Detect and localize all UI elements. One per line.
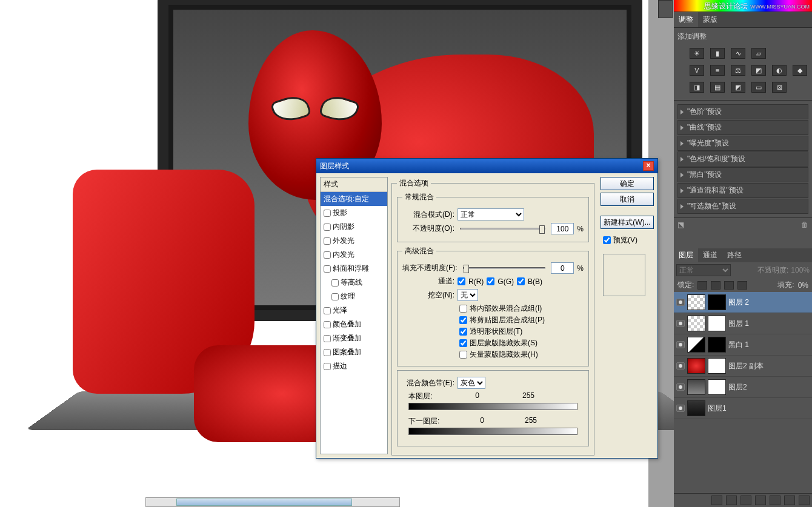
tab-adjustments[interactable]: 调整 [674, 12, 698, 27]
tab-channels[interactable]: 通道 [698, 248, 722, 262]
threshold-icon[interactable]: ◩ [731, 82, 745, 93]
style-item[interactable]: 内阴影 [321, 220, 387, 234]
new-style-button[interactable]: 新建样式(W)... [601, 216, 654, 229]
opacity-input[interactable] [551, 223, 574, 234]
link-icon[interactable] [711, 495, 722, 505]
layer-row[interactable]: 图层 2 [674, 292, 812, 313]
style-item[interactable]: 渐变叠加 [321, 331, 387, 345]
layer-row[interactable]: 图层2 [674, 377, 812, 398]
style-item[interactable]: 内发光 [321, 248, 387, 262]
style-item[interactable]: 颜色叠加 [321, 317, 387, 331]
opacity-slider[interactable] [460, 228, 545, 230]
style-check[interactable] [331, 279, 339, 287]
channel-g-check[interactable] [487, 277, 494, 285]
brightness-icon[interactable]: ☀ [690, 48, 704, 59]
gradient-map-icon[interactable]: ▭ [751, 82, 766, 93]
adv-check[interactable] [459, 328, 467, 336]
style-check[interactable] [324, 265, 331, 273]
exposure-icon[interactable]: ▱ [751, 48, 766, 59]
style-check[interactable] [324, 210, 331, 217]
new-layer-icon[interactable] [784, 495, 795, 505]
adv-check[interactable] [459, 339, 467, 347]
visibility-icon[interactable] [676, 299, 685, 306]
group-icon[interactable] [770, 495, 780, 505]
invert-icon[interactable]: ◨ [690, 82, 704, 93]
preset-row[interactable]: "曝光度"预设 [677, 136, 808, 151]
tab-layers[interactable]: 图层 [674, 248, 698, 262]
tab-paths[interactable]: 路径 [722, 248, 747, 262]
lock-image-icon[interactable] [711, 281, 720, 290]
adv-check[interactable] [459, 316, 467, 324]
style-item[interactable]: 外发光 [321, 234, 387, 248]
bw-icon[interactable]: ◩ [751, 65, 766, 76]
channel-mixer-icon[interactable]: ◆ [793, 65, 807, 76]
channel-r-check[interactable] [458, 277, 465, 285]
visibility-icon[interactable] [676, 405, 685, 412]
huesat-icon[interactable]: ≡ [710, 65, 725, 76]
layer-row[interactable]: 图层2 副本 [674, 356, 812, 377]
balance-icon[interactable]: ⚖ [731, 65, 745, 76]
style-check[interactable] [324, 224, 331, 231]
style-check[interactable] [324, 237, 331, 245]
preview-check[interactable] [603, 236, 611, 244]
blend-mode-select[interactable]: 正常 [676, 264, 731, 276]
visibility-icon[interactable] [676, 341, 685, 348]
fx-icon[interactable] [726, 495, 737, 505]
dock-tab-icon[interactable] [658, 0, 673, 18]
channel-b-check[interactable] [517, 277, 525, 285]
mask-icon[interactable] [740, 495, 751, 505]
adjustment-icon[interactable] [755, 495, 766, 505]
style-check[interactable] [324, 251, 331, 259]
vibrance-icon[interactable]: V [690, 65, 704, 76]
knockout-select[interactable]: 无 [458, 289, 478, 301]
tab-masks[interactable]: 蒙版 [698, 12, 722, 27]
visibility-icon[interactable] [676, 383, 685, 391]
preset-row[interactable]: "可选颜色"预设 [677, 199, 808, 214]
cancel-button[interactable]: 取消 [601, 193, 654, 206]
preset-row[interactable]: "色阶"预设 [677, 104, 808, 119]
under-layer-band[interactable] [408, 428, 577, 435]
preset-row[interactable]: "色相/饱和度"预设 [677, 151, 808, 167]
delete-icon[interactable] [799, 495, 810, 505]
lock-transparent-icon[interactable] [697, 281, 707, 290]
dialog-titlebar[interactable]: 图层样式 × [316, 159, 657, 173]
ok-button[interactable]: 确定 [601, 177, 654, 190]
style-check[interactable] [324, 349, 331, 356]
lock-all-icon[interactable] [737, 281, 747, 290]
adv-check[interactable] [459, 351, 467, 359]
preset-row[interactable]: "黑白"预设 [677, 167, 808, 182]
style-item[interactable]: 描边 [321, 359, 387, 373]
add-adjustment-link[interactable]: 添加调整 [677, 31, 808, 42]
posterize-icon[interactable]: ▤ [710, 82, 725, 93]
visibility-icon[interactable] [676, 320, 685, 327]
style-check[interactable] [331, 293, 339, 300]
lock-position-icon[interactable] [724, 281, 734, 290]
style-item[interactable]: 等高线 [321, 276, 387, 290]
curves-icon[interactable]: ∿ [731, 48, 745, 59]
selective-icon[interactable]: ⊠ [772, 82, 787, 93]
this-layer-band[interactable] [408, 403, 577, 410]
blendif-select[interactable]: 灰色 [458, 377, 485, 389]
levels-icon[interactable]: ▮ [710, 48, 725, 59]
style-item[interactable]: 混合选项:自定 [321, 192, 387, 206]
layer-row[interactable]: 图层1 [674, 398, 812, 419]
visibility-icon[interactable] [676, 362, 685, 369]
style-item[interactable]: 图案叠加 [321, 345, 387, 359]
trash-icon[interactable]: 🗑 [801, 220, 808, 229]
expand-icon[interactable]: ⬔ [677, 220, 684, 229]
style-item[interactable]: 光泽 [321, 303, 387, 317]
layer-row[interactable]: 图层 1 [674, 313, 812, 334]
fill-opacity-input[interactable] [551, 262, 574, 274]
horizontal-scrollbar[interactable] [145, 497, 400, 507]
style-check[interactable] [324, 335, 331, 342]
style-item[interactable]: 投影 [321, 206, 387, 220]
adv-check[interactable] [459, 305, 467, 313]
style-check[interactable] [324, 307, 331, 314]
blend-mode-select[interactable]: 正常 [458, 208, 524, 220]
fill-opacity-slider[interactable] [463, 267, 546, 269]
style-item[interactable]: 纹理 [321, 290, 387, 303]
preset-row[interactable]: "曲线"预设 [677, 120, 808, 135]
close-icon[interactable]: × [643, 161, 654, 171]
photo-filter-icon[interactable]: ◐ [772, 65, 787, 76]
style-check[interactable] [324, 321, 331, 328]
